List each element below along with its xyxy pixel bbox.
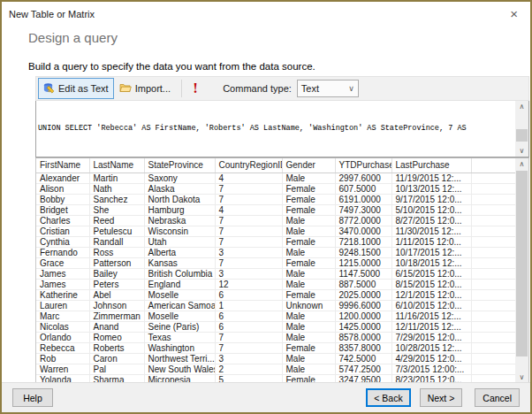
column-header-lastname[interactable]: LastName [89, 158, 144, 172]
grid-cell: Utah [144, 236, 215, 247]
grid-cell: Nebraska [144, 215, 215, 226]
grid-cell: 8/15/2015 12:0... [391, 279, 471, 289]
chevron-down-icon: ∨ [348, 84, 354, 93]
results-table: FirstName LastName StateProvince Country… [36, 158, 515, 386]
grid-cell: 12/11/2015 12:... [391, 321, 471, 332]
grid-cell: Seine (Paris) [144, 321, 215, 332]
cancel-button[interactable]: Cancel [475, 388, 520, 407]
grid-cell: Female [282, 342, 335, 353]
grid-cell: 10/13/2015 12:... [391, 183, 471, 194]
column-header-ytdpurchase[interactable]: YTDPurchase [335, 158, 391, 172]
footer-bar: Help < Back Next > Cancel [2, 382, 530, 412]
grid-filler-cell [471, 204, 515, 215]
grid-cell: James [36, 279, 89, 289]
grid-cell: Female [282, 183, 335, 194]
grid-cell: North Dakota [144, 194, 215, 204]
grid-cell: 6 [215, 289, 282, 300]
next-button[interactable]: Next > [420, 388, 463, 407]
table-row: NicolasAnandSeine (Paris)6Male1425.00001… [36, 321, 515, 332]
grid-cell: 12/1/2015 12:0... [391, 289, 471, 300]
grid-cell: 12 [215, 279, 282, 289]
column-header-gender[interactable]: Gender [282, 158, 335, 172]
grid-cell: Male [282, 310, 335, 321]
grid-cell: 7218.1000 [335, 236, 391, 247]
query-editor[interactable]: UNION SELECT 'Rebecca' AS FirstName, 'Ro… [35, 101, 529, 157]
grid-filler-cell [471, 353, 515, 364]
table-row: BobbySanchezNorth Dakota7Female6191.0000… [36, 194, 515, 204]
grid-filler-cell [471, 268, 515, 279]
grid-cell: Patterson [89, 257, 144, 268]
grid-cell: Nicolas [36, 321, 89, 332]
grid-scrollbar[interactable]: ∧ ∨ [515, 158, 528, 383]
help-button[interactable]: Help [12, 388, 53, 407]
back-button[interactable]: < Back [366, 388, 410, 407]
grid-cell: Randall [89, 236, 144, 247]
grid-cell: Alaska [144, 183, 215, 194]
grid-filler-cell [471, 247, 515, 257]
grid-cell: Katherine [36, 289, 89, 300]
grid-cell: 4 [215, 172, 282, 183]
grid-cell: Male [282, 364, 335, 374]
table-row: OrlandoRomeoTexas7Male8578.00007/29/2015… [36, 332, 515, 342]
grid-cell: 7 [215, 215, 282, 226]
grid-cell: England [144, 279, 215, 289]
grid-cell: Male [282, 353, 335, 364]
grid-cell: Female [282, 257, 335, 268]
scroll-up-icon[interactable]: ∧ [515, 101, 528, 112]
sql-text[interactable]: UNION SELECT 'Rebecca' AS FirstName, 'Ro… [36, 101, 515, 157]
sql-line: CountryRegionID, 'Female' AS Gender, CAS… [38, 156, 513, 157]
grid-cell: 3 [215, 353, 282, 364]
query-scrollbar-thumb[interactable] [516, 129, 528, 142]
grid-scrollbar-track[interactable] [515, 170, 528, 372]
grid-cell: Male [282, 279, 335, 289]
grid-cell: Male [282, 247, 335, 257]
grid-cell: Saxony [144, 172, 215, 183]
grid-cell: 7 [215, 226, 282, 236]
grid-cell: 8578.0000 [335, 332, 391, 342]
grid-filler-cell [471, 236, 515, 247]
scroll-up-icon[interactable]: ∧ [515, 158, 528, 170]
grid-cell: 8/27/2015 12:0... [391, 215, 471, 226]
grid-cell: Sanchez [89, 194, 144, 204]
edit-as-text-button[interactable]: Edit as Text [38, 78, 114, 99]
grid-cell: Alison [36, 183, 89, 194]
column-header-stateprovince[interactable]: StateProvince [144, 158, 215, 172]
column-header-lastpurchase[interactable]: LastPurchase [391, 158, 471, 172]
grid-filler-cell [471, 257, 515, 268]
grid-cell: Reed [89, 215, 144, 226]
column-header-countryregionid[interactable]: CountryRegionID [215, 158, 282, 172]
grid-cell: British Columbia [144, 268, 215, 279]
import-button[interactable]: Import... [114, 78, 176, 99]
query-toolbar: Edit as Text Import... ! Command type: T… [35, 76, 529, 101]
grid-cell: 4/29/2015 12:0... [391, 353, 471, 364]
grid-cell: 10/18/2015 12:... [391, 257, 471, 268]
table-row: CristianPetulescuWisconsin7Male3470.0000… [36, 226, 515, 236]
grid-cell: 2 [215, 364, 282, 374]
grid-cell: 6 [215, 310, 282, 321]
grid-scrollbar-thumb[interactable] [516, 171, 528, 356]
column-header-firstname[interactable]: FirstName [36, 158, 89, 172]
run-exclamation-icon: ! [193, 81, 198, 96]
query-scrollbar-track[interactable] [515, 112, 528, 145]
scroll-down-icon[interactable]: ∨ [515, 145, 528, 157]
grid-cell: 7 [215, 236, 282, 247]
window-title: New Table or Matrix [9, 5, 505, 19]
grid-cell: 1147.5000 [335, 268, 391, 279]
grid-cell: Pal [89, 364, 144, 374]
command-type-dropdown[interactable]: Text ∨ [297, 80, 359, 97]
grid-cell: Petulescu [89, 226, 144, 236]
grid-cell: Marc [36, 310, 89, 321]
grid-cell: 9248.1500 [335, 247, 391, 257]
close-icon[interactable]: × [505, 5, 523, 22]
run-query-button[interactable]: ! [187, 78, 203, 99]
grid-cell: Nath [89, 183, 144, 194]
table-row: FernandoRossAlberta3Male9248.150010/17/2… [36, 247, 515, 257]
table-row: KatherineAbelMoselle6Female2025.000012/1… [36, 289, 515, 300]
table-row: LaurenJohnsonAmerican Samoa1Unknown9996.… [36, 300, 515, 310]
query-scrollbar[interactable]: ∧ ∨ [515, 101, 528, 157]
page-title: Design a query [28, 30, 530, 45]
table-row: JamesBaileyBritish Columbia3Male1147.500… [36, 268, 515, 279]
grid-cell: Washington [144, 342, 215, 353]
grid-cell: 6/15/2015 12:0... [391, 268, 471, 279]
grid-cell: Warren [36, 364, 89, 374]
